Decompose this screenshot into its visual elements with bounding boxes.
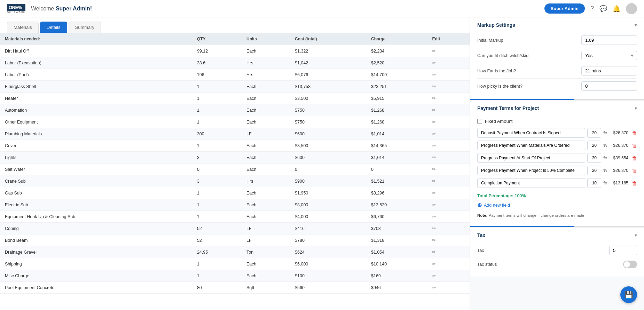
payment-note: Note: Payment terms will change if chang… [477,210,637,221]
tax-header[interactable]: Tax ▾ [470,228,644,243]
cell-edit[interactable]: ✏ [427,258,470,270]
cell-edit[interactable]: ✏ [427,211,470,223]
tax-status-toggle[interactable] [623,261,637,268]
edit-icon[interactable]: ✏ [432,143,436,148]
edit-icon[interactable]: ✏ [432,249,436,255]
edit-icon[interactable]: ✏ [432,131,436,136]
cell-edit[interactable]: ✏ [427,270,470,282]
cell-edit[interactable]: ✏ [427,81,470,93]
delete-term-icon-1[interactable]: 🗑 [632,143,637,149]
edit-icon[interactable]: ✏ [432,226,436,231]
markup-input-0[interactable] [581,35,637,45]
edit-icon[interactable]: ✏ [432,108,436,113]
markup-select-1[interactable]: YesNo [581,51,637,60]
cell-edit[interactable]: ✏ [427,187,470,199]
payment-header[interactable]: Payment Terms for Project ▾ [470,101,644,116]
tax-label-0: Tax [477,248,609,253]
edit-icon[interactable]: ✏ [432,72,436,77]
cell-edit[interactable]: ✏ [427,223,470,235]
avatar[interactable] [626,3,637,14]
cell-edit[interactable]: ✏ [427,282,470,294]
edit-icon[interactable]: ✏ [432,178,436,184]
delete-term-icon-0[interactable]: 🗑 [632,130,637,136]
cell-qty: 1 [192,116,242,128]
markup-input-3[interactable] [581,81,637,91]
edit-icon[interactable]: ✏ [432,261,436,267]
add-field-button[interactable]: ⊕ Add new field [477,200,637,210]
markup-settings-header[interactable]: Markup Settings ▾ [470,17,644,33]
edit-icon[interactable]: ✏ [432,60,436,65]
edit-icon[interactable]: ✏ [432,285,436,290]
cell-edit[interactable]: ✏ [427,235,470,246]
cell-cost: $750 [290,104,366,116]
payment-term-input-4[interactable] [477,178,585,188]
cell-qty: 52 [192,235,242,246]
help-icon[interactable]: ? [590,5,594,12]
delete-term-icon-4[interactable]: 🗑 [632,180,637,186]
cell-units: Each [242,140,290,152]
delete-term-icon-3[interactable]: 🗑 [632,168,637,174]
payment-pct-input-0[interactable] [587,128,601,138]
edit-icon[interactable]: ✏ [432,238,436,243]
materials-table: Materials needed: QTY Units Cost (total)… [0,33,470,294]
edit-icon[interactable]: ✏ [432,167,436,172]
table-row: Gas Sub 1 Each $1,950 $3,296 ✏ [0,187,470,199]
cell-units: Each [242,164,290,175]
floating-save-button[interactable]: 💾 [620,286,637,303]
edit-icon[interactable]: ✏ [432,155,436,160]
cell-edit[interactable]: ✏ [427,199,470,211]
edit-icon[interactable]: ✏ [432,119,436,125]
cell-cost: $600 [290,128,366,140]
payment-term-input-0[interactable] [477,128,585,138]
cell-qty: 1 [192,104,242,116]
cell-charge: $23,251 [366,81,427,93]
payment-pct-input-4[interactable] [587,178,601,188]
cell-units: Each [242,81,290,93]
markup-input-2[interactable] [581,66,637,75]
edit-icon[interactable]: ✏ [432,84,436,89]
edit-icon[interactable]: ✏ [432,48,436,54]
cell-edit[interactable]: ✏ [427,69,470,81]
tab-3[interactable]: Summary [69,22,101,33]
payment-term-input-2[interactable] [477,153,585,163]
cell-units: Sqft [242,282,290,294]
payment-term-input-1[interactable] [477,141,585,150]
delete-term-icon-2[interactable]: 🗑 [632,155,637,161]
cell-edit[interactable]: ✏ [427,152,470,164]
payment-pct-input-3[interactable] [587,166,601,175]
cell-edit[interactable]: ✏ [427,140,470,152]
tab-1[interactable]: Materials [7,22,39,33]
cell-edit[interactable]: ✏ [427,104,470,116]
edit-icon[interactable]: ✏ [432,96,436,101]
edit-icon[interactable]: ✏ [432,273,436,278]
cell-edit[interactable]: ✏ [427,57,470,69]
cell-units: Each [242,211,290,223]
cell-edit[interactable]: ✏ [427,93,470,104]
table-row: Heater 1 Each $3,500 $5,915 ✏ [0,93,470,104]
bell-icon[interactable]: 🔔 [613,5,620,13]
chat-icon[interactable]: 💬 [599,5,607,13]
markup-body: Initial Markup Can you fit ditch witch/s… [470,33,644,99]
payment-pct-input-1[interactable] [587,141,601,150]
edit-icon[interactable]: ✏ [432,190,436,196]
edit-icon[interactable]: ✏ [432,214,436,219]
tax-input-0[interactable] [609,246,637,255]
cell-charge: $1,268 [366,116,427,128]
table-row: Dirt Haul Off 99.12 Each $1,322 $2,234 ✏ [0,45,470,57]
cell-edit[interactable]: ✏ [427,175,470,187]
cell-edit[interactable]: ✏ [427,45,470,57]
cell-edit[interactable]: ✏ [427,246,470,258]
payment-pct-input-2[interactable] [587,153,601,163]
payment-term-input-3[interactable] [477,166,585,175]
edit-icon[interactable]: ✏ [432,202,436,207]
cell-name: Other Equipment [0,116,192,128]
cell-edit[interactable]: ✏ [427,128,470,140]
table-row: Shipping 1 Each $6,000 $10,140 ✏ [0,258,470,270]
cell-units: Hrs [242,175,290,187]
cell-edit[interactable]: ✏ [427,164,470,175]
user-button[interactable]: Super Admin [544,3,585,14]
fixed-amount-checkbox[interactable] [477,119,482,124]
tab-2[interactable]: Details [40,22,67,33]
cell-edit[interactable]: ✏ [427,116,470,128]
cell-name: Lights [0,152,192,164]
